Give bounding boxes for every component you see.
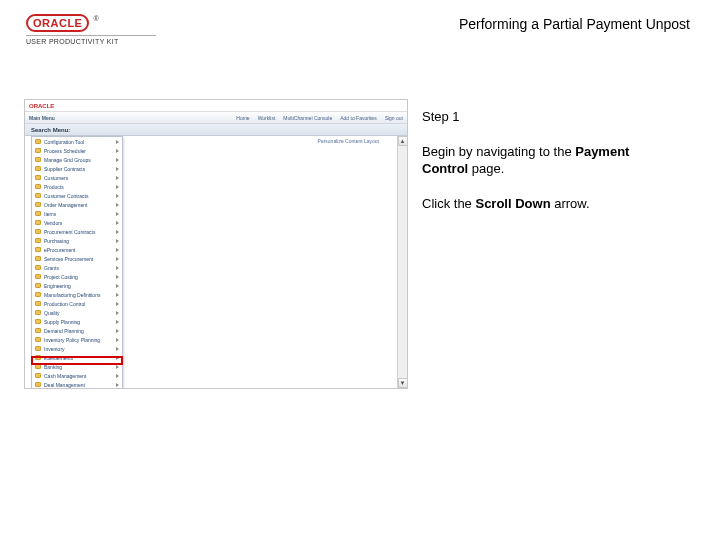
nav-menu-item[interactable]: Supply Planning	[32, 317, 122, 326]
nav-menu-item[interactable]: Deal Management	[32, 380, 122, 389]
nav-menu-item-label: Purchasing	[44, 238, 69, 244]
submenu-arrow-icon	[116, 311, 119, 315]
nav-menu-item-label: Banking	[44, 364, 62, 370]
nav-menu-item[interactable]: Products	[32, 182, 122, 191]
search-menu-label: Search Menu:	[31, 127, 70, 133]
logo-divider	[26, 35, 156, 36]
nav-menu-item[interactable]: eSettlements	[32, 353, 122, 362]
folder-icon	[35, 193, 41, 198]
personalize-link[interactable]: Personalize Content Layout	[318, 138, 379, 144]
folder-icon	[35, 229, 41, 234]
nav-menu-item[interactable]: Order Management	[32, 200, 122, 209]
submenu-arrow-icon	[116, 302, 119, 306]
nav-menu-item[interactable]: eProcurement	[32, 245, 122, 254]
top-link[interactable]: Add to Favorites	[340, 115, 376, 121]
nav-menu-item[interactable]: Demand Planning	[32, 326, 122, 335]
step-label: Step 1	[422, 109, 664, 126]
trademark-icon: ®	[93, 15, 98, 22]
nav-menu-item[interactable]: Configuration Tool	[32, 137, 122, 146]
scroll-up-button[interactable]: ▲	[398, 136, 408, 146]
nav-menu-item-label: Engineering	[44, 283, 71, 289]
app-screenshot: ORACLE Main Menu Home Worklist MultiChan…	[24, 99, 408, 389]
top-link[interactable]: Worklist	[258, 115, 276, 121]
submenu-arrow-icon	[116, 329, 119, 333]
nav-menu-item-label: Customer Contracts	[44, 193, 88, 199]
nav-menu-item[interactable]: Process Scheduler	[32, 146, 122, 155]
submenu-arrow-icon	[116, 320, 119, 324]
folder-icon	[35, 175, 41, 180]
nav-menu-item-label: Quality	[44, 310, 60, 316]
folder-icon	[35, 382, 41, 387]
submenu-arrow-icon	[116, 158, 119, 162]
submenu-arrow-icon	[116, 149, 119, 153]
nav-menu-item[interactable]: Items	[32, 209, 122, 218]
nav-menu-item[interactable]: Inventory Policy Planning	[32, 335, 122, 344]
submenu-arrow-icon	[116, 347, 119, 351]
nav-menu-item-label: Cash Management	[44, 373, 86, 379]
top-link[interactable]: Sign out	[385, 115, 403, 121]
nav-menu-item-label: Order Management	[44, 202, 87, 208]
folder-icon	[35, 283, 41, 288]
top-link[interactable]: Home	[236, 115, 249, 121]
nav-menu-item-label: eSettlements	[44, 355, 73, 361]
nav-menu-item[interactable]: Customer Contracts	[32, 191, 122, 200]
submenu-arrow-icon	[116, 248, 119, 252]
scroll-down-button[interactable]: ▼	[398, 378, 408, 388]
nav-menu-item[interactable]: Customers	[32, 173, 122, 182]
submenu-arrow-icon	[116, 212, 119, 216]
submenu-arrow-icon	[116, 203, 119, 207]
nav-menu-item-label: Items	[44, 211, 56, 217]
nav-menu-item[interactable]: Inventory	[32, 344, 122, 353]
nav-menu-item-label: Products	[44, 184, 64, 190]
nav-menu-item[interactable]: Purchasing	[32, 236, 122, 245]
nav-menu-item[interactable]: Procurement Contracts	[32, 227, 122, 236]
app-brand: ORACLE	[29, 103, 54, 109]
folder-icon	[35, 148, 41, 153]
brand-block: ORACLE ® USER PRODUCTIVITY KIT	[26, 14, 156, 45]
main-menu-label[interactable]: Main Menu	[29, 115, 55, 121]
folder-icon	[35, 337, 41, 342]
submenu-arrow-icon	[116, 194, 119, 198]
nav-menu-item[interactable]: Vendors	[32, 218, 122, 227]
nav-menu-item[interactable]: Manage Grid Groups	[32, 155, 122, 164]
nav-menu-item[interactable]: Grants	[32, 263, 122, 272]
top-links: Home Worklist MultiChannel Console Add t…	[236, 115, 403, 121]
submenu-arrow-icon	[116, 239, 119, 243]
folder-icon	[35, 319, 41, 324]
folder-icon	[35, 220, 41, 225]
nav-menu-item-label: Process Scheduler	[44, 148, 86, 154]
folder-icon	[35, 157, 41, 162]
top-link[interactable]: MultiChannel Console	[283, 115, 332, 121]
nav-menu-item-label: Procurement Contracts	[44, 229, 95, 235]
nav-menu-item-label: Grants	[44, 265, 59, 271]
nav-menu-item[interactable]: Quality	[32, 308, 122, 317]
submenu-arrow-icon	[116, 266, 119, 270]
nav-menu-item[interactable]: Cash Management	[32, 371, 122, 380]
nav-menu-item[interactable]: Services Procurement	[32, 254, 122, 263]
nav-menu-item[interactable]: Supplier Contracts	[32, 164, 122, 173]
nav-menu-item-label: Inventory	[44, 346, 65, 352]
nav-menu-item-label: Services Procurement	[44, 256, 93, 262]
folder-icon	[35, 310, 41, 315]
step-intro: Begin by navigating to the Payment Contr…	[422, 144, 664, 178]
folder-icon	[35, 301, 41, 306]
submenu-arrow-icon	[116, 338, 119, 342]
submenu-arrow-icon	[116, 221, 119, 225]
nav-menu-item[interactable]: Manufacturing Definitions	[32, 290, 122, 299]
nav-menu-item[interactable]: Project Costing	[32, 272, 122, 281]
nav-menu-item-label: Customers	[44, 175, 68, 181]
nav-menu-item[interactable]: Engineering	[32, 281, 122, 290]
submenu-arrow-icon	[116, 365, 119, 369]
nav-menu-item[interactable]: Banking	[32, 362, 122, 371]
folder-icon	[35, 247, 41, 252]
folder-icon	[35, 274, 41, 279]
oracle-logo: ORACLE	[26, 14, 89, 32]
nav-menu-item[interactable]: Production Control	[32, 299, 122, 308]
folder-icon	[35, 166, 41, 171]
nav-menu-item-label: Deal Management	[44, 382, 85, 388]
nav-menu: Configuration ToolProcess SchedulerManag…	[31, 136, 123, 389]
submenu-arrow-icon	[116, 356, 119, 360]
submenu-arrow-icon	[116, 185, 119, 189]
nav-menu-item-label: Supply Planning	[44, 319, 80, 325]
submenu-arrow-icon	[116, 257, 119, 261]
